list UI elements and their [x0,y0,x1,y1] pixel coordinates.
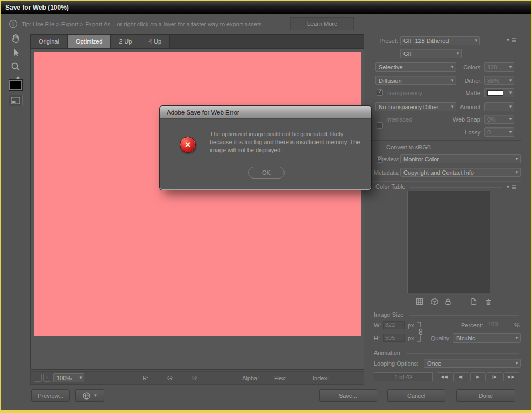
looping-options-label: Looping Options: [374,360,418,367]
panel-menu-icon[interactable] [506,184,516,190]
percent-label: Percent: [451,322,483,329]
chevron-down-icon: ▼ [515,156,519,161]
header-rule [410,187,502,188]
color-reduction-select[interactable]: Selective▼ [375,62,456,72]
header-rule [406,353,519,354]
chevron-down-icon: ▼ [456,51,460,56]
ok-button[interactable]: OK [248,167,285,179]
tab-2up[interactable]: 2-Up [111,35,140,48]
error-dialog-titlebar[interactable]: Adobe Save for Web Error [160,106,371,119]
preview-statusbar: − + 100%▼ R: -- G: -- B: -- Alpha: -- He… [30,371,364,385]
lock-color-icon[interactable] [444,297,452,306]
dither-label: Dither: [445,77,482,84]
lossy-select[interactable]: 0▼ [484,127,514,137]
preset-select[interactable]: GIF 128 Dithered▼ [400,36,480,45]
delete-color-icon[interactable] [484,297,493,306]
lossy-label: Lossy: [445,129,482,136]
metadata-select[interactable]: Copyright and Contact Info▼ [400,168,521,177]
save-for-web-window: Save for Web (100%) Tip: Use File > Expo… [0,0,532,413]
web-shift-cube-icon[interactable] [430,297,439,306]
slice-select-tool-button[interactable] [9,46,23,59]
format-select[interactable]: GIF▼ [400,49,462,58]
zoom-tool-button[interactable] [9,60,23,73]
zoom-level-select[interactable]: 100%▼ [53,373,84,382]
matte-label: Matte: [445,90,482,96]
chevron-down-icon: ▼ [79,375,83,380]
chevron-down-icon: ▼ [474,38,478,43]
tip-text: Tip: Use File > Export > Export As... or… [22,21,262,27]
metadata-label: Metadata: [370,169,399,176]
optimized-image-canvas[interactable] [34,52,361,336]
preview-tabs: Original Optimized 2-Up 4-Up [30,34,364,49]
chevron-down-icon: ▼ [515,361,519,366]
looping-options-select[interactable]: Once▼ [424,359,521,368]
height-field[interactable]: 595 [383,334,405,342]
web-snap-select[interactable]: 0%▼ [484,115,514,124]
hand-icon [12,35,18,43]
color-table-title: Color Table [375,183,405,190]
next-frame-button[interactable]: |▶ [487,372,502,381]
header-rule [409,315,519,316]
color-table-swatches[interactable] [407,191,490,293]
dialog-body: Tip: Use File > Export > Export As... or… [1,14,531,410]
window-title: Save for Web (100%) [5,4,69,11]
status-b: B: -- [192,375,203,381]
tab-optimized[interactable]: Optimized [68,35,111,48]
save-button[interactable]: Save... [319,389,377,402]
preview-mode-select[interactable]: Monitor Color▼ [400,154,521,163]
tab-4up[interactable]: 4-Up [140,35,170,48]
play-button[interactable]: ▶ [470,372,486,381]
web-snap-label: Web Snap: [445,116,482,123]
browser-preview-button[interactable]: ▼ [75,389,104,402]
tab-original[interactable]: Original [31,35,68,48]
preview-annotation-divider [32,351,362,351]
learn-more-button[interactable]: Learn More [290,17,354,30]
slice-select-icon [14,49,19,56]
preview-frame [30,49,364,370]
chevron-down-icon: ▼ [508,104,513,109]
matte-color-swatch [487,90,503,96]
dither-method-select[interactable]: Diffusion▼ [375,76,456,85]
status-g: G: -- [167,375,179,381]
section-divider [372,181,521,181]
height-unit: px [408,335,414,341]
zoom-out-button[interactable]: − [34,374,42,382]
width-field[interactable]: 822 [383,321,405,329]
colors-label: Colors: [445,64,482,70]
interlaced-checkbox[interactable] [377,122,383,129]
constrain-proportions-icon[interactable] [415,321,424,343]
eyedropper-color-swatch[interactable] [9,80,22,90]
status-index: Index: -- [313,375,334,381]
convert-srgb-label: Convert to sRGB [386,144,431,151]
percent-unit: % [514,322,520,329]
window-titlebar: Save for Web (100%) [1,1,531,14]
preview-button[interactable]: Preview... [31,389,70,402]
quality-select[interactable]: Bicubic▼ [453,333,521,343]
transparency-dither-select[interactable]: No Transparency Dither▼ [375,102,456,111]
dither-amount-select[interactable]: 88%▼ [484,76,514,85]
toggle-slices-visibility-button[interactable] [9,95,23,106]
transparency-checkbox[interactable] [377,89,383,96]
status-r: R: -- [143,375,154,381]
interlaced-label: Interlaced [386,116,412,123]
error-icon: × [180,137,196,153]
new-color-icon[interactable] [469,297,478,306]
status-hex: Hex: -- [274,375,292,381]
animation-title: Animation [374,350,400,356]
zoom-in-button[interactable]: + [43,374,51,382]
frame-counter: 1 of 42 [374,372,433,381]
color-table-grid-icon[interactable] [415,297,424,306]
browser-globe-icon [82,391,91,400]
amount-select[interactable]: ▼ [484,102,514,111]
first-frame-button[interactable]: ◀◀ [437,372,452,381]
status-alpha: Alpha: -- [242,375,265,381]
hand-tool-button[interactable] [9,32,23,45]
error-dialog: Adobe Save for Web Error × The optimized… [160,106,371,190]
percent-field[interactable]: 100 [486,321,508,329]
error-dialog-title: Adobe Save for Web Error [167,109,239,116]
matte-select[interactable]: ▼ [484,88,514,97]
colors-select[interactable]: 128▼ [484,62,514,72]
last-frame-button[interactable]: ▶▶ [503,372,519,381]
panel-menu-icon[interactable] [506,38,516,44]
previous-frame-button[interactable]: ◀| [453,372,469,381]
